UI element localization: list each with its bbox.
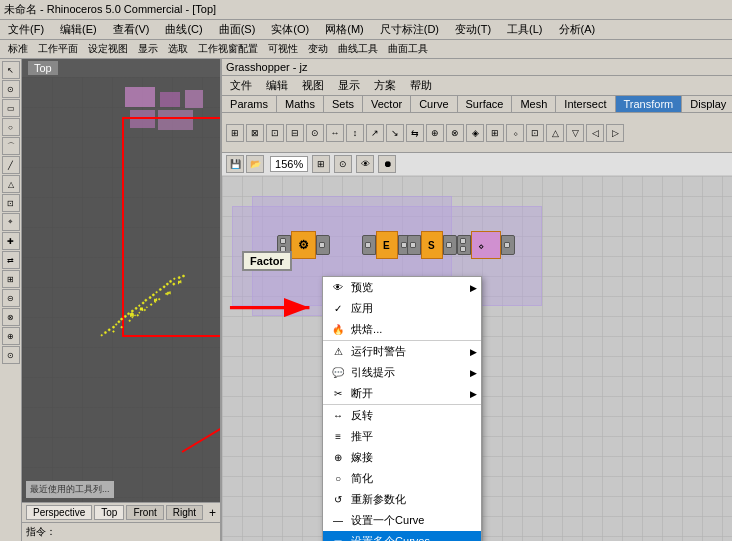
gh-comp-15[interactable]: ⬦ — [506, 124, 524, 142]
rhino-menu-file[interactable]: 文件(F) — [4, 21, 48, 38]
viewport-tab-label[interactable]: Top — [28, 61, 58, 75]
rhino-menu-curve[interactable]: 曲线(C) — [161, 21, 206, 38]
gh-menu-file[interactable]: 文件 — [226, 77, 256, 94]
ctx-wire-hint[interactable]: 💬 引线提示 ▶ — [323, 362, 481, 383]
left-btn-13[interactable]: ⊝ — [2, 289, 20, 307]
gh-comp-3[interactable]: ⊡ — [266, 124, 284, 142]
gh-canvas[interactable]: ⚙ E S — [222, 176, 732, 541]
gh-menu-edit[interactable]: 编辑 — [262, 77, 292, 94]
gh-node-e[interactable]: E — [362, 231, 412, 259]
gh-comp-2[interactable]: ⊠ — [246, 124, 264, 142]
viewport-canvas[interactable]: 曲 线 pt pt pt — [22, 77, 220, 502]
tb-label-viewport[interactable]: 工作视窗配置 — [194, 41, 262, 57]
ctx-bake[interactable]: 🔥 烘焙... — [323, 319, 481, 340]
ctx-flatten[interactable]: ≡ 推平 — [323, 426, 481, 447]
gh-comp-12[interactable]: ⊗ — [446, 124, 464, 142]
node-body-left[interactable]: ⚙ — [291, 231, 316, 259]
gh-comp-7[interactable]: ↕ — [346, 124, 364, 142]
tb-label-workplane[interactable]: 工作平面 — [34, 41, 82, 57]
gh-comp-8[interactable]: ↗ — [366, 124, 384, 142]
tb-label-curvetools[interactable]: 曲线工具 — [334, 41, 382, 57]
tb-label-visibility[interactable]: 可视性 — [264, 41, 302, 57]
gh-comp-6[interactable]: ↔ — [326, 124, 344, 142]
ctx-simplify[interactable]: ○ 简化 — [323, 468, 481, 489]
rhino-menu-analysis[interactable]: 分析(A) — [555, 21, 600, 38]
left-btn-5[interactable]: ⌒ — [2, 137, 20, 155]
node-e-body[interactable]: E — [376, 231, 398, 259]
tb-label-transform[interactable]: 变动 — [304, 41, 332, 57]
left-btn-10[interactable]: ✚ — [2, 232, 20, 250]
left-btn-16[interactable]: ⊙ — [2, 346, 20, 364]
gh-comp-1[interactable]: ⊞ — [226, 124, 244, 142]
tb-label-standard[interactable]: 标准 — [4, 41, 32, 57]
gh-tab-maths[interactable]: Maths — [277, 96, 324, 112]
ctx-reverse[interactable]: ↔ 反转 — [323, 404, 481, 426]
gh-comp-20[interactable]: ▷ — [606, 124, 624, 142]
vtab-top[interactable]: Top — [94, 505, 124, 520]
left-btn-9[interactable]: ⌖ — [2, 213, 20, 231]
gh-menu-display[interactable]: 显示 — [334, 77, 364, 94]
ctx-graft[interactable]: ⊕ 嫁接 — [323, 447, 481, 468]
vtab-front[interactable]: Front — [126, 505, 163, 520]
ctx-apply[interactable]: ✓ 应用 — [323, 298, 481, 319]
rhino-menu-tools[interactable]: 工具(L) — [503, 21, 546, 38]
left-btn-15[interactable]: ⊕ — [2, 327, 20, 345]
gh-tool-save[interactable]: 💾 — [226, 155, 244, 173]
gh-zoom-value[interactable]: 156% — [270, 156, 308, 172]
gh-menu-help[interactable]: 帮助 — [406, 77, 436, 94]
vtab-perspective[interactable]: Perspective — [26, 505, 92, 520]
node-s-body[interactable]: S — [421, 231, 443, 259]
left-btn-12[interactable]: ⊞ — [2, 270, 20, 288]
gh-comp-17[interactable]: △ — [546, 124, 564, 142]
gh-tool-open[interactable]: 📂 — [246, 155, 264, 173]
left-btn-3[interactable]: ▭ — [2, 99, 20, 117]
gh-tab-vector[interactable]: Vector — [363, 96, 411, 112]
gh-comp-4[interactable]: ⊟ — [286, 124, 304, 142]
gh-comp-16[interactable]: ⊡ — [526, 124, 544, 142]
gh-preview-toggle[interactable]: 👁 — [356, 155, 374, 173]
gh-comp-13[interactable]: ◈ — [466, 124, 484, 142]
node-right-body[interactable]: ⬦ — [471, 231, 501, 259]
gh-comp-11[interactable]: ⊕ — [426, 124, 444, 142]
left-btn-6[interactable]: ╱ — [2, 156, 20, 174]
gh-tab-display[interactable]: Display — [682, 96, 732, 112]
rhino-menu-surface[interactable]: 曲面(S) — [215, 21, 260, 38]
gh-comp-19[interactable]: ◁ — [586, 124, 604, 142]
gh-comp-18[interactable]: ▽ — [566, 124, 584, 142]
gh-menu-view[interactable]: 视图 — [298, 77, 328, 94]
gh-zoom-fit[interactable]: ⊞ — [312, 155, 330, 173]
vtab-right[interactable]: Right — [166, 505, 203, 520]
gh-tab-transform[interactable]: Transform — [616, 96, 683, 112]
left-btn-11[interactable]: ⇄ — [2, 251, 20, 269]
gh-tab-sets[interactable]: Sets — [324, 96, 363, 112]
rhino-menu-solid[interactable]: 实体(O) — [267, 21, 313, 38]
vtab-add[interactable]: + — [209, 506, 216, 520]
rhino-menu-transform[interactable]: 变动(T) — [451, 21, 495, 38]
gh-menu-scheme[interactable]: 方案 — [370, 77, 400, 94]
rhino-menu-dim[interactable]: 尺寸标注(D) — [376, 21, 443, 38]
gh-tab-curve[interactable]: Curve — [411, 96, 457, 112]
left-btn-1[interactable]: ↖ — [2, 61, 20, 79]
gh-record[interactable]: ⏺ — [378, 155, 396, 173]
left-btn-7[interactable]: △ — [2, 175, 20, 193]
tb-label-display[interactable]: 显示 — [134, 41, 162, 57]
left-btn-8[interactable]: ⊡ — [2, 194, 20, 212]
ctx-set-multi-curves[interactable]: ═ 设置多个Curves — [323, 531, 481, 541]
gh-tab-surface[interactable]: Surface — [458, 96, 513, 112]
ctx-reparameterize[interactable]: ↺ 重新参数化 — [323, 489, 481, 510]
gh-node-right[interactable]: ⬦ — [457, 231, 515, 259]
gh-tab-intersect[interactable]: Intersect — [556, 96, 615, 112]
gh-node-s[interactable]: S — [407, 231, 457, 259]
ctx-disconnect[interactable]: ✂ 断开 ▶ — [323, 383, 481, 404]
gh-tab-mesh[interactable]: Mesh — [512, 96, 556, 112]
gh-canvas-toggle[interactable]: ⊙ — [334, 155, 352, 173]
rhino-menu-mesh[interactable]: 网格(M) — [321, 21, 368, 38]
ctx-set-one-curve[interactable]: — 设置一个Curve — [323, 510, 481, 531]
tb-label-surfacetools[interactable]: 曲面工具 — [384, 41, 432, 57]
rhino-menu-edit[interactable]: 编辑(E) — [56, 21, 101, 38]
left-btn-4[interactable]: ○ — [2, 118, 20, 136]
left-btn-2[interactable]: ⊙ — [2, 80, 20, 98]
ctx-runtime-warning[interactable]: ⚠ 运行时警告 ▶ — [323, 340, 481, 362]
gh-comp-9[interactable]: ↘ — [386, 124, 404, 142]
gh-tab-params[interactable]: Params — [222, 96, 277, 112]
